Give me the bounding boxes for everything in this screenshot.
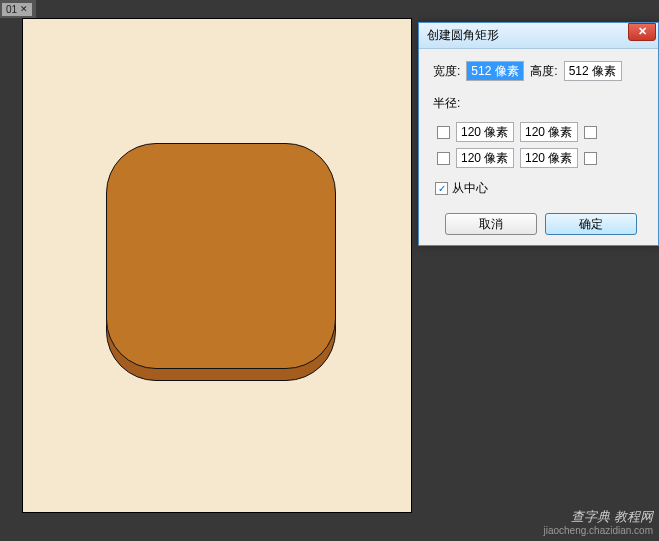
link-tl-checkbox[interactable]	[437, 126, 450, 139]
dialog-body: 宽度: 高度: 半径: 从中心 取消	[419, 49, 658, 245]
radius-row-bottom	[437, 148, 648, 168]
radius-tr-input[interactable]	[520, 122, 578, 142]
height-label: 高度:	[530, 63, 557, 80]
from-center-label: 从中心	[452, 180, 488, 197]
radius-label: 半径:	[433, 95, 648, 112]
width-label: 宽度:	[433, 63, 460, 80]
radius-grid	[437, 122, 648, 168]
dialog-title: 创建圆角矩形	[427, 27, 499, 44]
radius-row-top	[437, 122, 648, 142]
tab-label: 01	[6, 4, 17, 15]
close-icon[interactable]: ✕	[20, 4, 28, 14]
cancel-button-label: 取消	[479, 216, 503, 233]
ok-button[interactable]: 确定	[545, 213, 637, 235]
close-icon: ✕	[638, 25, 647, 38]
cancel-button[interactable]: 取消	[445, 213, 537, 235]
height-input[interactable]	[564, 61, 622, 81]
from-center-row: 从中心	[435, 180, 648, 197]
create-rounded-rect-dialog: 创建圆角矩形 ✕ 宽度: 高度: 半径:	[418, 22, 659, 246]
dialog-button-row: 取消 确定	[433, 213, 648, 235]
radius-tl-input[interactable]	[456, 122, 514, 142]
watermark-sub: jiaocheng.chazidian.com	[543, 525, 653, 537]
width-input[interactable]	[466, 61, 524, 81]
shape-top-layer	[106, 143, 336, 369]
document-tab[interactable]: 01 ✕	[2, 3, 32, 16]
link-br-checkbox[interactable]	[584, 152, 597, 165]
radius-br-input[interactable]	[520, 148, 578, 168]
dialog-close-button[interactable]: ✕	[628, 23, 656, 41]
dimensions-row: 宽度: 高度:	[433, 61, 648, 81]
link-bl-checkbox[interactable]	[437, 152, 450, 165]
link-tr-checkbox[interactable]	[584, 126, 597, 139]
watermark-main: 查字典 教程网	[543, 509, 653, 525]
from-center-checkbox[interactable]	[435, 182, 448, 195]
dialog-titlebar[interactable]: 创建圆角矩形 ✕	[419, 23, 658, 49]
canvas[interactable]	[22, 18, 412, 513]
document-tab-bar: 01 ✕	[0, 0, 36, 18]
rounded-rect-shape[interactable]	[106, 143, 336, 381]
radius-bl-input[interactable]	[456, 148, 514, 168]
watermark: 查字典 教程网 jiaocheng.chazidian.com	[543, 509, 653, 537]
ok-button-label: 确定	[579, 216, 603, 233]
